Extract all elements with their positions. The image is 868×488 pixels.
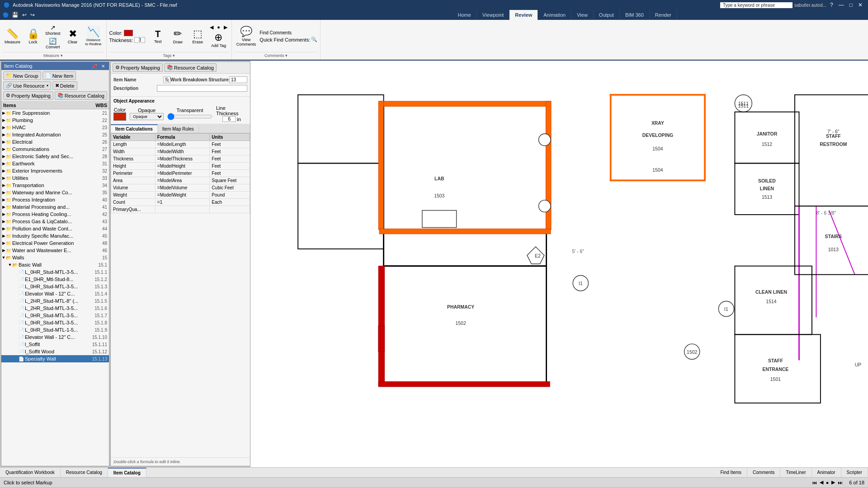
tree-item[interactable]: ▶ 📁 Exterior Improvements 32 xyxy=(1,167,109,174)
bottom-tab-timeliner[interactable]: TimeLiner xyxy=(780,468,811,477)
tree-item[interactable]: ▶ 📁 Integrated Automation 25 xyxy=(1,131,109,138)
color-swatch[interactable] xyxy=(124,30,133,36)
nav-last-btn[interactable]: ⏭ xyxy=(838,480,843,485)
calc-row[interactable]: Weight =ModelWeight Pound xyxy=(111,192,250,199)
tree-item[interactable]: ▶ 📁 HVAC 23 xyxy=(1,124,109,131)
delete-btn[interactable]: ✖ Delete xyxy=(52,81,77,90)
tree-item[interactable]: 📄 L_0HR_Stud-MTL-1-5... 15.1.9 xyxy=(1,326,109,333)
tree-item[interactable]: ▶ 📁 Waterway and Marine Co... 35 xyxy=(1,189,109,196)
tree-item[interactable]: ▼ 📂 Basic Wall 15.1 xyxy=(1,261,109,268)
tree-item[interactable]: ▶ 📁 Water and Wastewater E... 46 xyxy=(1,247,109,254)
panel-pin-btn[interactable]: 📌 xyxy=(90,64,99,69)
find-comments-btn[interactable]: Find Comments xyxy=(259,30,317,35)
item-catalog-title-bar[interactable]: Item Catalog 📌 ✕ xyxy=(1,62,109,70)
tab-home[interactable]: Home xyxy=(453,10,477,20)
tree-item[interactable]: ▶ 📁 Industry Specific Manufac... 45 xyxy=(1,232,109,239)
shortest-btn[interactable]: ↗ Shortest xyxy=(44,23,62,36)
calc-formula[interactable]: =ModelWeight xyxy=(155,192,210,199)
next-tag-btn[interactable]: ▶ xyxy=(222,24,229,31)
lock-btn[interactable]: 🔒 Lock xyxy=(24,28,42,45)
calc-formula[interactable]: =ModelWidth xyxy=(155,148,210,155)
tree-item[interactable]: ▶ 📁 Material Processing and... 41 xyxy=(1,203,109,211)
resource-catalog-btn[interactable]: 📚 Resource Catalog xyxy=(55,91,107,100)
tree-item[interactable]: 📄 L_2HR_Stud-MTL-3-5... 15.1.6 xyxy=(1,305,109,312)
measure-btn[interactable]: 📏 Measure xyxy=(3,28,22,45)
nav-next-btn[interactable]: ▶ xyxy=(831,479,835,485)
draw-btn[interactable]: ✏ Draw xyxy=(169,28,187,45)
tree-item[interactable]: ▶ 📁 Process Integration 40 xyxy=(1,196,109,203)
tree-item[interactable]: ▶ 📁 Fire Suppression 21 xyxy=(1,109,109,117)
calc-row[interactable]: Count =1 Each xyxy=(111,199,250,206)
tree-item[interactable]: 📄 l_Soffit Wood 15.1.12 xyxy=(1,348,109,355)
calc-formula[interactable]: =ModelVolume xyxy=(155,184,210,192)
tab-bim360[interactable]: BIM 360 xyxy=(620,10,650,20)
appear-color-swatch[interactable] xyxy=(113,113,126,121)
qa-redo-btn[interactable]: ↪ xyxy=(29,12,36,18)
erase-btn[interactable]: ⬚ Erase xyxy=(189,28,207,45)
description-input[interactable] xyxy=(157,85,247,92)
use-resource-btn[interactable]: 🔗 Use Resource ▾ xyxy=(3,81,51,90)
nav-prev-btn[interactable]: ◀ xyxy=(820,479,823,485)
tree-item[interactable]: 📄 L_0HR_Stud-MTL-3-5... 15.1.8 xyxy=(1,319,109,326)
tab-item-calculations[interactable]: Item Calculations xyxy=(111,124,158,133)
tab-view[interactable]: View xyxy=(571,10,594,20)
bottom-tab-find-items[interactable]: Find Items xyxy=(715,468,747,477)
tab-review[interactable]: Review xyxy=(509,10,538,20)
calc-formula[interactable]: =ModelPerimeter xyxy=(155,170,210,177)
tree-item[interactable]: ▶ 📁 Earthwork 31 xyxy=(1,160,109,167)
tree-item[interactable]: ▶ 📁 Process Gas & LiqCatalo... 43 xyxy=(1,218,109,225)
panel-close-btn[interactable]: ✕ xyxy=(100,64,106,69)
close-btn[interactable]: ✕ xyxy=(856,2,864,8)
add-tag-btn[interactable]: ⊕ Add Tag xyxy=(209,32,228,49)
calc-formula[interactable] xyxy=(155,206,210,213)
opacity-dropdown[interactable]: Opaque Transparent xyxy=(130,113,164,120)
calc-row[interactable]: Height =ModelHeight Feet xyxy=(111,163,250,170)
distance-redline-btn[interactable]: 📉 Distanceto Redline xyxy=(84,26,104,47)
bottom-tab-comments[interactable]: Comments xyxy=(747,468,780,477)
calc-row[interactable]: PrimaryQua... xyxy=(111,206,250,213)
calc-row[interactable]: Perimeter =ModelPerimeter Feet xyxy=(111,170,250,177)
maximize-btn[interactable]: □ xyxy=(848,2,854,8)
qa-save-btn[interactable]: 💾 xyxy=(11,12,19,18)
calc-formula[interactable]: =ModelHeight xyxy=(155,163,210,170)
convert-btn[interactable]: 🔄 Convert xyxy=(44,37,62,50)
tree-item[interactable]: 📄 Elevator Wall - 12" C... 15.1.10 xyxy=(1,333,109,341)
transparency-slider[interactable] xyxy=(167,113,212,120)
qa-undo-btn[interactable]: ↩ xyxy=(21,12,28,18)
nav-first-btn[interactable]: ⏮ xyxy=(812,480,817,485)
new-group-btn[interactable]: 📁 New Group xyxy=(3,71,41,80)
help-btn[interactable]: ? xyxy=(828,2,835,8)
bottom-tab-animator[interactable]: Animator xyxy=(812,468,841,477)
property-mapping-btn[interactable]: ⚙ Property Mapping xyxy=(3,91,53,100)
calc-formula[interactable]: =1 xyxy=(155,199,210,206)
play-btn[interactable]: ● xyxy=(216,24,222,31)
tree-item[interactable]: ▶ 📁 Electrical Power Generation 48 xyxy=(1,239,109,247)
tree-list[interactable]: ▶ 📁 Fire Suppression 21 ▶ 📁 Plumbing 22 … xyxy=(1,109,109,466)
calc-formula[interactable]: =ModelArea xyxy=(155,177,210,184)
text-btn[interactable]: T Text xyxy=(149,28,167,45)
bottom-tab-item-catalog[interactable]: Item Catalog xyxy=(108,468,146,477)
calc-row[interactable]: Thickness =ModelThickness Feet xyxy=(111,155,250,163)
tree-item[interactable]: 📄 L_0HR_Stud-MTL-3-5... 15.1.1 xyxy=(1,268,109,276)
wbs-input[interactable] xyxy=(229,76,247,83)
tree-item[interactable]: 📄 L_2HR_Stud-MTL-8" (... 15.1.5 xyxy=(1,297,109,305)
bottom-tab-resource-catalog[interactable]: Resource Catalog xyxy=(61,468,108,477)
calc-formula[interactable]: =ModelLength xyxy=(155,141,210,148)
tab-output[interactable]: Output xyxy=(594,10,620,20)
calc-row[interactable]: Area =ModelArea Square Feet xyxy=(111,177,250,184)
tab-render[interactable]: Render xyxy=(650,10,677,20)
tree-item[interactable]: ▶ 📁 Transportation 34 xyxy=(1,182,109,189)
bottom-tab-scripter[interactable]: Scripter xyxy=(841,468,868,477)
tree-item[interactable]: ▼ 📂 Walls 15 xyxy=(1,254,109,261)
tree-item[interactable]: ▶ 📁 Electronic Safety and Sec... 28 xyxy=(1,153,109,160)
tree-item[interactable]: 📄 Elevator Wall - 12" C... 15.1.4 xyxy=(1,290,109,297)
tab-viewpoint[interactable]: Viewpoint xyxy=(477,10,510,20)
calc-row[interactable]: Length =ModelLength Feet xyxy=(111,141,250,148)
view-comments-btn[interactable]: 💬 ViewComments xyxy=(235,26,258,47)
tree-item[interactable]: ▶ 📁 Pollution and Waste Cont... 44 xyxy=(1,225,109,232)
search-box[interactable]: Type a keyword or phrase xyxy=(720,2,793,8)
property-mapping-toolbar-btn[interactable]: ⚙ Property Mapping xyxy=(113,63,163,72)
new-item-btn[interactable]: 📄 New Item xyxy=(42,71,76,80)
tree-item[interactable]: ▶ 📁 Electrical 26 xyxy=(1,138,109,145)
nav-play-btn[interactable]: ● xyxy=(826,480,829,485)
